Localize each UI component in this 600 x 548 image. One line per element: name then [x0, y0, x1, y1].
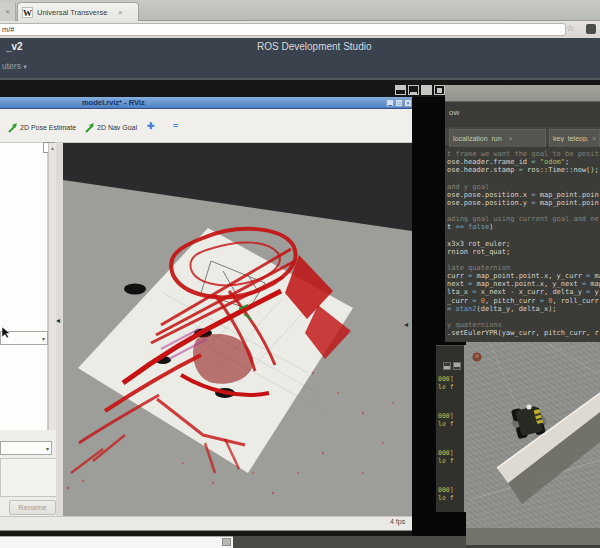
terminal-log-group: 000]le f [438, 487, 467, 502]
maximize-button[interactable] [421, 85, 432, 95]
editor-tab-key-teleop[interactable]: key_teleop.py × [549, 129, 600, 147]
panel-collapse-right-icon[interactable]: ◂ [404, 320, 408, 329]
url-text: m/# [2, 25, 15, 34]
code-line: _curr = 0, pitch_curr = 0, roll_curr [447, 297, 600, 305]
combo-arrow-icon: ▾ [42, 335, 45, 342]
chevron-down-icon: ▾ [23, 63, 27, 70]
wikipedia-favicon: W [22, 7, 33, 18]
code-line: lta_x = x_next - x_curr, delta_y = y_ [447, 288, 600, 296]
rviz-close-button[interactable]: × [404, 99, 412, 107]
nav-goal-icon [85, 122, 96, 133]
code-line [447, 313, 600, 321]
code-line: rnion rot_quat; [447, 248, 600, 256]
move-camera-tool-icon[interactable]: ✚ [147, 121, 155, 131]
combo-arrow-icon: ▾ [46, 445, 49, 452]
code-line [447, 174, 600, 182]
code-line: ose.pose.position.y = map_point.poin [447, 199, 600, 207]
terminal-log-group: 000]le f [438, 376, 467, 391]
project-label: _v2 [6, 41, 23, 52]
tab-close-icon[interactable]: × [509, 135, 513, 142]
rviz-status-bar [0, 516, 412, 531]
views-list-box[interactable] [0, 458, 57, 497]
browser-tab[interactable]: W Universal Transverse × [17, 2, 139, 21]
code-line: ose.header.frame_id = "odom"; [447, 158, 600, 166]
editor-window-top[interactable] [445, 85, 600, 102]
rviz-title-bar[interactable] [0, 97, 412, 109]
code-line [447, 207, 600, 215]
editor-partial-text: ow [449, 108, 459, 117]
bottom-panel-button[interactable] [222, 538, 231, 546]
tab-close-icon[interactable]: × [118, 8, 123, 17]
gazebo-scene [466, 342, 600, 548]
scrollbar-up-icon[interactable]: ▲ [49, 145, 56, 151]
rviz-maximize-button[interactable]: □ [395, 99, 403, 107]
nav-goal-button[interactable]: 2D Nav Goal [97, 124, 137, 131]
rviz-window-title: model.rviz* - RViz [82, 98, 145, 107]
measure-tool-icon[interactable]: = [173, 121, 178, 131]
code-line: = atan2(delta_y, delta_x); [447, 305, 600, 313]
panel-collapse-left-icon[interactable]: ◂ [56, 316, 60, 325]
code-line: y quaternions [447, 321, 600, 329]
displays-scrollbar[interactable]: ▲ [48, 143, 56, 430]
pose-estimate-icon [8, 122, 19, 133]
minimize-button[interactable] [408, 85, 419, 95]
code-line: ading goal using current goal and ne [447, 215, 600, 223]
screen: × W Universal Transverse × m/# ☆ _v2 ROS… [0, 0, 600, 548]
code-line [447, 231, 600, 239]
terminal-log-group: 000]le f [438, 413, 467, 428]
rviz-3d-view[interactable] [63, 143, 412, 516]
code-line: ose.pose.position.x = map_point.poin [447, 191, 600, 199]
browser-menu-icon[interactable] [586, 24, 596, 34]
code-line: late quaternion [447, 264, 600, 272]
views-combo[interactable]: ▾ [0, 441, 52, 455]
terminal-log: 000]le f000]le f000]le f000]le f [438, 376, 467, 524]
terminal-minimize-icon[interactable] [443, 362, 451, 370]
rviz-minimize-button[interactable]: ▁ [386, 99, 394, 107]
editor-tab-localization[interactable]: localization_run_ × [449, 129, 546, 147]
fps-label: 4 fps [390, 518, 405, 525]
panel-splitter[interactable] [56, 143, 63, 516]
code-line: x3x3 rot_euler; [447, 240, 600, 248]
tab-close-icon[interactable]: × [592, 135, 596, 142]
code-line: ose.header.stamp = ros::Time::now(); [447, 166, 600, 174]
code-line: t == false) [447, 223, 600, 231]
rviz-3d-scene [63, 143, 412, 516]
terminal-log-group: 000]le f [438, 450, 467, 465]
code-line: and y goal [447, 183, 600, 191]
pose-estimate-button[interactable]: 2D Pose Estimate [20, 124, 76, 131]
bookmark-star-icon[interactable]: ☆ [566, 23, 574, 33]
rename-button[interactable]: Rename [9, 500, 56, 515]
code-line [447, 256, 600, 264]
terminal-maximize-icon[interactable] [453, 362, 461, 370]
code-line: .setEulerYPR(yaw_curr, pitch_curr, r [447, 329, 600, 337]
url-field[interactable] [0, 23, 566, 36]
code-line: curr = map_point.point.x, y_curr = map [447, 272, 600, 280]
gazebo-view[interactable] [466, 342, 600, 548]
computers-dropdown[interactable]: uters ▾ [2, 61, 27, 71]
displays-panel[interactable] [0, 143, 48, 430]
code-line: t frame we want the goal to be positi [447, 150, 600, 158]
shade-button[interactable] [395, 85, 406, 95]
partial-tab-close-icon[interactable]: × [0, 3, 16, 21]
bottom-panel-left [0, 536, 233, 548]
code-area[interactable]: t frame we want the goal to be positiose… [447, 150, 600, 340]
mouse-cursor-icon [2, 327, 11, 339]
close-button[interactable] [434, 85, 445, 95]
code-line: next = map_next.point.x, y_next = map [447, 280, 600, 288]
app-title: ROS Development Studio [257, 41, 372, 52]
tab-title: Universal Transverse [37, 8, 115, 17]
